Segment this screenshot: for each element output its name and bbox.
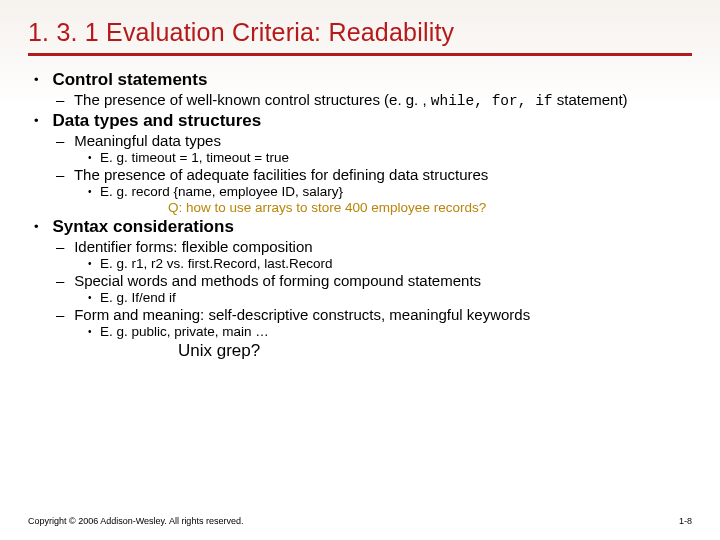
example-item: E. g. timeout = 1, timeout = true xyxy=(100,150,692,165)
sub-item: Special words and methods of forming com… xyxy=(70,272,692,305)
sub-item: Identifier forms: flexible composition E… xyxy=(70,238,692,271)
page-number: 1-8 xyxy=(679,516,692,526)
text: statement) xyxy=(553,91,628,108)
example-item: E. g. If/end if xyxy=(100,290,692,305)
slide-title: 1. 3. 1 Evaluation Criteria: Readability xyxy=(28,18,692,47)
text: Form and meaning: self-descriptive const… xyxy=(74,306,530,323)
sub-item: The presence of well-known control struc… xyxy=(70,91,692,109)
footer: Copyright © 2006 Addison-Wesley. All rig… xyxy=(28,516,692,526)
text: Special words and methods of forming com… xyxy=(74,272,481,289)
code-text: while, for, if xyxy=(431,93,553,109)
title-rule xyxy=(28,53,692,56)
sub-item: Meaningful data types E. g. timeout = 1,… xyxy=(70,132,692,165)
text: The presence of well-known control struc… xyxy=(74,91,431,108)
question-text: Q: how to use arrays to store 400 employ… xyxy=(168,200,692,215)
example-item: E. g. r1, r2 vs. first.Record, last.Reco… xyxy=(100,256,692,271)
example-item: E. g. record {name, employee ID, salary} xyxy=(100,184,692,199)
content-list: Control statements The presence of well-… xyxy=(28,70,692,361)
bullet-head: Syntax considerations xyxy=(52,217,233,236)
text: The presence of adequate facilities for … xyxy=(74,166,488,183)
text: Meaningful data types xyxy=(74,132,221,149)
sub-item: Form and meaning: self-descriptive const… xyxy=(70,306,692,339)
bullet-data-types: Data types and structures Meaningful dat… xyxy=(48,111,692,215)
bullet-control-statements: Control statements The presence of well-… xyxy=(48,70,692,109)
bullet-head: Data types and structures xyxy=(52,111,261,130)
text: Identifier forms: flexible composition xyxy=(74,238,312,255)
sub-item: The presence of adequate facilities for … xyxy=(70,166,692,199)
bullet-head: Control statements xyxy=(52,70,207,89)
bullet-syntax: Syntax considerations Identifier forms: … xyxy=(48,217,692,361)
copyright-text: Copyright © 2006 Addison-Wesley. All rig… xyxy=(28,516,243,526)
example-item: E. g. public, private, main … xyxy=(100,324,692,339)
grep-text: Unix grep? xyxy=(178,341,692,361)
